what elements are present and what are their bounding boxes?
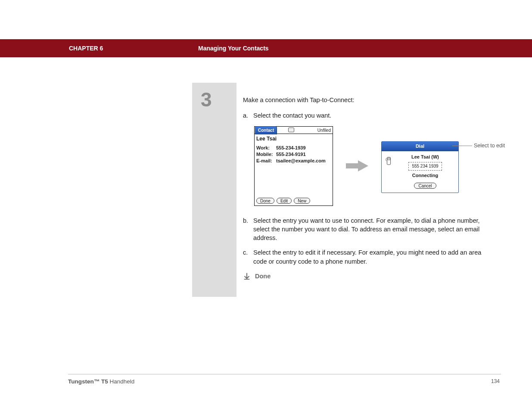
edit-button[interactable]: Edit [277, 198, 292, 204]
phone-icon [385, 156, 393, 166]
dial-contact-name: Lee Tsai (W) [395, 154, 455, 160]
annotation-select-to-edit: Select to edit [474, 142, 505, 150]
svg-marker-0 [346, 160, 368, 171]
substep-c: c. Select the entry to edit it if necess… [243, 248, 494, 266]
contact-screen: Contact Unfiled Lee Tsai Work: 555-234-1… [254, 126, 333, 206]
contact-row-email[interactable]: E-mail: tsailee@example.com [256, 158, 331, 164]
step-number-column: 3 [192, 83, 236, 297]
category-dropdown[interactable]: Unfiled [317, 128, 331, 134]
done-marker: Done [243, 272, 494, 280]
instruction-panel: 3 Make a connection with Tap-to-Connect:… [192, 83, 500, 297]
contact-titlebar: Contact Unfiled [255, 127, 333, 134]
dial-status: Connecting [395, 172, 455, 179]
contact-tab[interactable]: Contact [255, 126, 277, 134]
arrow-down-icon [243, 272, 251, 280]
step-content: Make a connection with Tap-to-Connect: a… [236, 83, 500, 297]
chapter-title: Managing Your Contacts [198, 45, 269, 52]
contact-row-work[interactable]: Work: 555-234-1939 [256, 145, 331, 151]
dial-number-field[interactable]: 555 234 1939 [408, 162, 442, 171]
lead-text: Make a connection with Tap-to-Connect: [243, 96, 494, 104]
chapter-header: CHAPTER 6 Managing Your Contacts [0, 39, 532, 57]
cancel-button[interactable]: Cancel [414, 183, 436, 189]
substep-b: b. Select the entry you want to use to c… [243, 216, 494, 243]
contact-row-mobile[interactable]: Mobile: 555-234-9191 [256, 151, 331, 158]
arrow-right-icon [345, 159, 369, 172]
footer-product: Tungsten™ T5 Handheld [68, 378, 134, 385]
new-button[interactable]: New [294, 198, 310, 204]
dial-dialog: Dial Lee Tsai (W) 555 234 1939 Connectin… [381, 141, 459, 193]
annotation-line [452, 146, 472, 146]
step-number: 3 [201, 88, 236, 111]
done-label: Done [255, 272, 271, 280]
dial-title: Dial [382, 142, 458, 151]
substep-a: a. Select the contact you want. [243, 111, 494, 120]
illustration-row: Contact Unfiled Lee Tsai Work: 555-234-1… [254, 126, 494, 206]
svg-rect-2 [388, 158, 390, 160]
footer-page-number: 134 [491, 378, 500, 384]
chapter-number: CHAPTER 6 [69, 45, 103, 52]
bluetooth-status-icon[interactable] [288, 128, 294, 132]
done-button[interactable]: Done [256, 198, 274, 204]
contact-name: Lee Tsai [255, 134, 333, 145]
footer-rule [68, 374, 501, 374]
